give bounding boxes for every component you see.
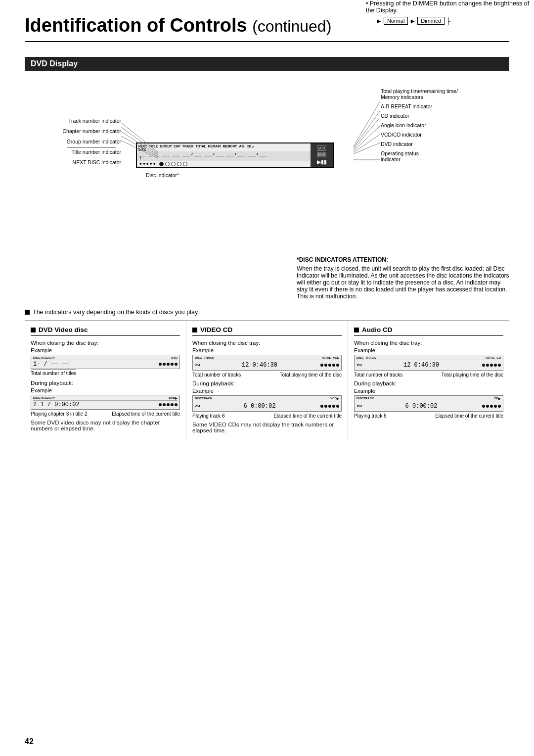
page-number: 42 [25,737,34,746]
disc-indicator-row: ▼▼▼▼▼ [137,161,311,167]
acd-closing-caption: Total number of tracks Total playing tim… [354,372,503,378]
normal-dimmed-diagram: ► Normal ► Dimmed ├ [376,17,534,25]
disc-2 [165,162,170,166]
label-group-number: Group number indicator [25,139,121,144]
varies-note: The indicators vary depending on the kin… [25,309,509,316]
label-angle-icon: Angle icon indicator [381,122,509,128]
svg-line-5 [354,102,380,146]
col-vcd-title: VIDEO CD [192,326,342,336]
attention-box: *DISC INDICATORS ATTENTION: When the tra… [297,256,509,300]
svg-line-6 [354,111,380,148]
label-ab-repeat: A-B REPEAT indicator [381,103,509,109]
dvd-playback-caption: Playing chapter 3 in title 2 Elapsed tim… [31,411,180,417]
label-total-playing: Total playing time/remaining time/Memory… [381,88,509,100]
disc-5 [183,162,187,166]
acd-playback-display: DISCTRACKCD▶ ∾6 0:00:02 [354,395,503,412]
acd-playback-caption: Playing track 6 Elapsed time of the curr… [354,413,503,419]
dvd-closing-caption: Total number of titles [31,371,180,376]
svg-line-9 [354,135,380,152]
dvd-right-panel: VCD DVD ▶▮▮ [311,143,333,167]
label-chapter-number: Chapter number indicator [25,128,121,134]
vcd-playback-caption: Playing track 6 Elapsed time of the curr… [192,413,342,419]
label-dvd-indicator: DVD indicator [381,141,509,147]
dvd-closing-display: DISCTITLECHPDVD 1- / —— —— [31,355,180,369]
display-segments: ┬─ — — —— —— ——’—— ——’—— ——’—— ——’—— [137,151,311,161]
label-track-number: Track number indicator [25,118,121,124]
disc-4 [177,162,181,166]
disc-indicator-label: Disc indicator* [146,172,354,178]
label-next-disc: NEXT DISC indicator [25,159,121,165]
disc-3 [171,162,176,166]
label-cd-indicator: CD indicator [381,113,509,119]
label-operating-status: Operating statusindicator [381,150,509,162]
display-top-labels: NEXTDISC TITLE GROUP CHP TRACK TOTAL REM… [137,143,311,151]
svg-line-7 [354,118,380,149]
display-diagram: Track number indicator Chapter number in… [25,78,509,246]
label-title-number: Title number indicator [25,149,121,155]
display-block: NEXTDISC TITLE GROUP CHP TRACK TOTAL REM… [136,142,334,168]
vcd-playback-display: DISCTRACKVCD▶ ∾6 0:00:02 [192,395,342,412]
col-acd-title: Audio CD [354,326,503,336]
section-dvd-display: DVD Display [25,57,509,71]
dimmer-note: • Pressing of the DIMMER button changes … [366,0,534,25]
svg-line-10 [354,143,380,154]
col-audio-cd: Audio CD When closing the disc tray: Exa… [348,321,509,440]
acd-closing-display: DISCTRACKTOTALCD ∾12 0:46:30 [354,355,503,371]
dvd-display-unit: NEXTDISC TITLE GROUP CHP TRACK TOTAL REM… [116,142,354,178]
vcd-closing-display: DISCTRACKTOTALVCD ∾12 0:46:30 [192,355,342,371]
svg-line-8 [354,126,380,151]
col-dvd-video: DVD Video disc When closing the disc tra… [25,321,186,440]
vcd-closing-caption: Total number of tracks Total playing tim… [192,372,342,378]
dvd-playback-display: DISCTITLECHPDVD▶ 2 1 / 0:00:02 [31,395,180,410]
col-dvd-title: DVD Video disc [31,326,180,336]
disc-1 [159,162,164,166]
col-video-cd: VIDEO CD When closing the disc tray: Exa… [186,321,348,440]
label-vcd-cd: VCD/CD indicator [381,132,509,138]
three-columns: DVD Video disc When closing the disc tra… [25,321,509,440]
